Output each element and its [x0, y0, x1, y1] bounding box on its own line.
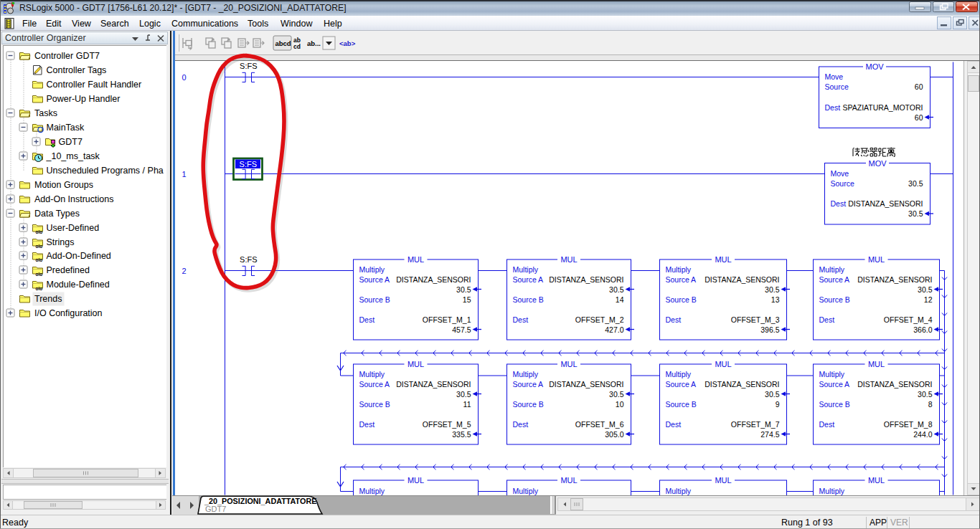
svg-text:Multiply: Multiply: [359, 487, 385, 495]
svg-text:MUL: MUL: [407, 255, 424, 264]
svg-text:DISTANZA_SENSORI: DISTANZA_SENSORI: [705, 380, 779, 389]
svg-text:Dest: Dest: [666, 315, 682, 324]
svg-text:S:FS: S:FS: [240, 255, 257, 264]
svg-text:Source: Source: [831, 179, 854, 188]
svg-text:60: 60: [915, 113, 923, 122]
svg-text:Multiply: Multiply: [666, 265, 692, 274]
svg-text:Source A: Source A: [819, 380, 850, 389]
svg-text:Source B: Source B: [513, 400, 544, 409]
svg-text:MUL: MUL: [715, 476, 731, 485]
svg-text:Dest: Dest: [825, 103, 841, 112]
svg-text:Dest: Dest: [359, 420, 375, 429]
svg-text:30.5: 30.5: [918, 285, 933, 294]
svg-text:MUL: MUL: [560, 360, 577, 368]
svg-text:Multiply: Multiply: [513, 370, 539, 378]
svg-text:MUL: MUL: [560, 255, 577, 264]
svg-text:366.0: 366.0: [913, 325, 932, 334]
svg-text:S:FS: S:FS: [240, 160, 257, 168]
svg-text:S:FS: S:FS: [240, 62, 257, 70]
svg-text:GDT7: GDT7: [205, 505, 226, 513]
svg-text:12: 12: [924, 295, 933, 304]
svg-text:DISTANZA_SENSORI: DISTANZA_SENSORI: [848, 199, 923, 208]
svg-text:MOV: MOV: [865, 62, 884, 71]
svg-text:30.5: 30.5: [456, 390, 471, 399]
svg-text:Source B: Source B: [666, 400, 697, 409]
svg-text:30.5: 30.5: [908, 179, 923, 188]
svg-text:Dest: Dest: [831, 199, 847, 208]
svg-text:10: 10: [616, 400, 624, 409]
svg-text:274.5: 274.5: [760, 430, 779, 439]
svg-text:Dest: Dest: [819, 315, 835, 324]
svg-text:Move: Move: [825, 72, 844, 81]
svg-text:Multiply: Multiply: [513, 487, 539, 495]
svg-text:DISTANZA_SENSORI: DISTANZA_SENSORI: [857, 275, 932, 284]
svg-text:MUL: MUL: [407, 476, 424, 485]
svg-text:Multiply: Multiply: [513, 265, 539, 274]
svg-text:Dest: Dest: [513, 315, 529, 324]
svg-text:30.5: 30.5: [918, 390, 933, 399]
svg-text:MUL: MUL: [715, 255, 731, 264]
svg-text:OFFSET_M_7: OFFSET_M_7: [731, 420, 780, 429]
svg-text:MUL: MUL: [715, 360, 731, 368]
svg-text:SPAZIATURA_MOTORI: SPAZIATURA_MOTORI: [842, 103, 923, 112]
svg-text:11: 11: [463, 400, 471, 409]
svg-text:396.5: 396.5: [760, 325, 779, 334]
svg-text:Source B: Source B: [359, 400, 390, 409]
svg-text:30.5: 30.5: [456, 285, 471, 294]
svg-text:Source A: Source A: [359, 275, 390, 284]
svg-text:30.5: 30.5: [908, 209, 923, 218]
svg-text:15: 15: [463, 295, 471, 304]
svg-text:Source A: Source A: [513, 380, 544, 389]
svg-text:Dest: Dest: [819, 420, 835, 429]
svg-text:MUL: MUL: [407, 360, 424, 368]
svg-text:Dest: Dest: [359, 315, 375, 324]
svg-text:_20_POSIZIONI_ADATTATORE: _20_POSIZIONI_ADATTATORE: [204, 497, 316, 505]
svg-text:Multiply: Multiply: [359, 370, 385, 378]
svg-text:Move: Move: [831, 169, 849, 178]
svg-text:Source A: Source A: [666, 275, 697, 284]
svg-text:305.0: 305.0: [605, 430, 623, 439]
svg-text:30.5: 30.5: [609, 390, 624, 399]
svg-text:Source A: Source A: [513, 275, 544, 284]
svg-text:DISTANZA_SENSORI: DISTANZA_SENSORI: [549, 275, 623, 284]
svg-text:335.5: 335.5: [452, 430, 471, 439]
svg-text:60: 60: [915, 82, 923, 91]
svg-text:1: 1: [182, 170, 186, 178]
svg-text:MUL: MUL: [868, 476, 885, 485]
svg-text:Source B: Source B: [666, 295, 697, 304]
svg-text:Multiply: Multiply: [819, 265, 845, 274]
svg-text:OFFSET_M_2: OFFSET_M_2: [575, 315, 624, 324]
svg-text:OFFSET_M_5: OFFSET_M_5: [423, 420, 471, 429]
svg-text:427.0: 427.0: [605, 325, 623, 334]
svg-text:Source B: Source B: [513, 295, 544, 304]
svg-text:Source B: Source B: [819, 295, 850, 304]
svg-text:Source B: Source B: [359, 295, 390, 304]
svg-text:OFFSET_M_3: OFFSET_M_3: [731, 315, 780, 324]
svg-text:DISTANZA_SENSORI: DISTANZA_SENSORI: [705, 275, 779, 284]
svg-text:Source A: Source A: [359, 380, 390, 389]
svg-text:30.5: 30.5: [765, 285, 780, 294]
svg-text:244.0: 244.0: [913, 430, 932, 439]
svg-text:DISTANZA_SENSORI: DISTANZA_SENSORI: [396, 275, 471, 284]
svg-text:MUL: MUL: [868, 360, 885, 368]
svg-text:MOV: MOV: [868, 159, 887, 168]
svg-text:Source B: Source B: [819, 400, 850, 409]
svg-text:Multiply: Multiply: [819, 487, 845, 495]
svg-text:Multiply: Multiply: [819, 370, 845, 378]
svg-text:Source A: Source A: [819, 275, 850, 284]
svg-text:OFFSET_M_8: OFFSET_M_8: [884, 420, 933, 429]
svg-text:2: 2: [182, 267, 186, 275]
svg-text:OFFSET_M_6: OFFSET_M_6: [575, 420, 624, 429]
svg-text:DISTANZA_SENSORI: DISTANZA_SENSORI: [396, 380, 471, 389]
svg-text:Multiply: Multiply: [666, 370, 692, 378]
svg-text:DISTANZA_SENSORI: DISTANZA_SENSORI: [549, 380, 623, 389]
svg-text:DISTANZA_SENSORI: DISTANZA_SENSORI: [857, 380, 932, 389]
svg-text:13: 13: [771, 295, 780, 304]
svg-text:MUL: MUL: [868, 255, 885, 264]
svg-text:OFFSET_M_1: OFFSET_M_1: [423, 315, 471, 324]
svg-text:Multiply: Multiply: [359, 265, 385, 274]
svg-text:457.5: 457.5: [452, 325, 471, 334]
svg-text:Multiply: Multiply: [666, 487, 692, 495]
svg-text:14: 14: [616, 295, 624, 304]
svg-text:30.5: 30.5: [765, 390, 780, 399]
